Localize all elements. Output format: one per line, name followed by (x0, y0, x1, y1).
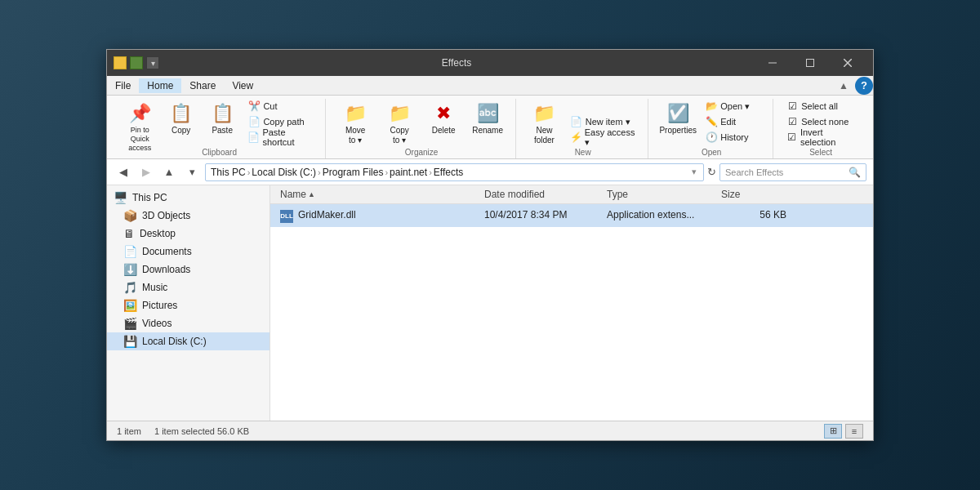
col-header-date[interactable]: Date modified (484, 189, 607, 200)
column-headers: Name ▲ Date modified Type Size (270, 185, 873, 204)
thispc-icon: 🖥️ (114, 191, 127, 204)
delete-button[interactable]: ✖ Delete (422, 99, 465, 145)
recent-locations-button[interactable]: ▾ (182, 163, 202, 182)
rename-label: Rename (472, 126, 503, 136)
sidebar-item-3dobjects[interactable]: 📦 3D Objects (107, 207, 270, 225)
folder-icon (114, 56, 127, 69)
ribbon-clipboard-section: 📌 Pin to Quickaccess 📋 Copy 📋 Paste ✂️ (114, 99, 326, 158)
sidebar-item-3dobjects-label: 3D Objects (142, 210, 190, 221)
move-to-button[interactable]: 📁 Moveto ▾ (334, 99, 376, 145)
copy-icon: 📋 (170, 103, 192, 124)
copy-to-button[interactable]: 📁 Copyto ▾ (378, 99, 421, 145)
copy-path-label: Copy path (263, 117, 304, 127)
localdisk-icon: 💾 (123, 335, 137, 348)
easy-access-button[interactable]: ⚡ Easy access ▾ (566, 130, 641, 145)
sidebar-item-documents[interactable]: 📄 Documents (107, 243, 270, 261)
clipboard-extras: ✂️ Cut 📄 Copy path 📄 Paste shortcut (243, 99, 318, 145)
open-label: Open (702, 148, 721, 158)
new-folder-button[interactable]: 📁 Newfolder (524, 99, 564, 145)
title-bar-icons: ▾ (114, 56, 159, 69)
sidebar-item-videos[interactable]: 🎬 Videos (107, 314, 270, 332)
paste-shortcut-label: Paste shortcut (262, 127, 314, 147)
paste-shortcut-button[interactable]: 📄 Paste shortcut (243, 130, 318, 145)
pin-to-quick-access-button[interactable]: 📌 Pin to Quickaccess (120, 99, 159, 145)
main-area: 🖥️ This PC 📦 3D Objects 🖥 Desktop 📄 Docu… (107, 185, 873, 421)
sidebar-item-downloads[interactable]: ⬇️ Downloads (107, 261, 270, 278)
edit-label: Edit (720, 117, 736, 127)
open-button[interactable]: 📂 Open ▾ (701, 99, 766, 114)
cut-icon: ✂️ (247, 100, 261, 112)
menu-file[interactable]: File (107, 78, 139, 93)
ribbon-select-section: ☑ Select all ☑ Select none ☑ Invert sele… (775, 99, 866, 158)
file-row-gridmaker[interactable]: DLL GridMaker.dll 10/4/2017 8:34 PM Appl… (270, 204, 873, 227)
open-extras: 📂 Open ▾ ✏️ Edit 🕐 History (701, 99, 766, 145)
maximize-button[interactable] (791, 50, 829, 76)
videos-icon: 🎬 (123, 317, 137, 330)
list-view-button[interactable]: ≡ (845, 424, 863, 439)
sidebar-item-desktop-label: Desktop (140, 228, 176, 239)
clipboard-label: Clipboard (202, 148, 237, 158)
refresh-button[interactable]: ↻ (707, 166, 716, 178)
col-header-size[interactable]: Size (721, 189, 786, 200)
title-back-icon: ▾ (146, 56, 159, 69)
ribbon-open-buttons: ☑️ Properties 📂 Open ▾ ✏️ Edit (657, 99, 766, 145)
file-size: 56 KB (721, 209, 786, 220)
sidebar-item-pictures[interactable]: 🖼️ Pictures (107, 296, 270, 314)
breadcrumb-programfiles: Program Files (323, 167, 384, 178)
properties-icon: ☑️ (667, 103, 689, 124)
close-button[interactable] (829, 50, 866, 76)
rename-button[interactable]: 🔤 Rename (466, 99, 509, 145)
copy-path-icon: 📄 (247, 116, 261, 127)
invert-selection-button[interactable]: ☑ Invert selection (782, 130, 860, 145)
sidebar-item-localdisk[interactable]: 💾 Local Disk (C:) (107, 332, 270, 350)
col-header-type[interactable]: Type (607, 189, 721, 200)
history-button[interactable]: 🕐 History (701, 130, 766, 145)
menu-bar: File Home Share View ▲ ? (107, 76, 873, 96)
minimize-button[interactable] (754, 50, 791, 76)
breadcrumb[interactable]: This PC › Local Disk (C:) › Program File… (205, 163, 704, 181)
ribbon-collapse-chevron[interactable]: ▲ (835, 78, 852, 93)
select-none-label: Select none (801, 117, 849, 127)
status-bar: 1 item 1 item selected 56.0 KB ⊞ ≡ (107, 421, 873, 440)
search-box[interactable]: Search Effects 🔍 (719, 163, 866, 181)
ribbon-organize-section: 📁 Moveto ▾ 📁 Copyto ▾ ✖ Delete 🔤 Rename (327, 99, 516, 158)
breadcrumb-thispc: This PC (211, 167, 246, 178)
delete-icon: ✖ (436, 103, 451, 124)
ribbon-new-buttons: 📁 Newfolder 📄 New item ▾ ⚡ Easy access ▾ (524, 99, 641, 145)
properties-button[interactable]: ☑️ Properties (657, 99, 699, 145)
title-controls (754, 50, 866, 76)
menu-view[interactable]: View (224, 78, 261, 93)
sidebar-item-downloads-label: Downloads (142, 264, 190, 275)
back-button[interactable]: ◀ (114, 163, 133, 182)
help-button[interactable]: ? (855, 77, 873, 95)
copy-button[interactable]: 📋 Copy (161, 99, 200, 145)
ribbon-clipboard-buttons: 📌 Pin to Quickaccess 📋 Copy 📋 Paste ✂️ (120, 99, 318, 145)
ribbon-new-section: 📁 Newfolder 📄 New item ▾ ⚡ Easy access ▾ (518, 99, 648, 158)
select-all-button[interactable]: ☑ Select all (782, 99, 860, 114)
col-header-name[interactable]: Name ▲ (280, 189, 484, 200)
documents-icon: 📄 (123, 245, 137, 258)
file-name: GridMaker.dll (298, 209, 356, 220)
details-view-button[interactable]: ⊞ (824, 424, 842, 439)
menu-home[interactable]: Home (139, 78, 181, 93)
sidebar-item-desktop[interactable]: 🖥 Desktop (107, 225, 270, 243)
file-date: 10/4/2017 8:34 PM (484, 209, 607, 220)
paste-button[interactable]: 📋 Paste (203, 99, 242, 145)
svg-rect-0 (768, 63, 777, 64)
ribbon-select-buttons: ☑ Select all ☑ Select none ☑ Invert sele… (782, 99, 860, 145)
forward-button[interactable]: ▶ (136, 163, 156, 182)
selected-info: 1 item selected 56.0 KB (154, 426, 249, 436)
edit-button[interactable]: ✏️ Edit (701, 114, 766, 129)
cut-button[interactable]: ✂️ Cut (243, 99, 318, 114)
breadcrumb-paintnet: paint.net (390, 167, 427, 178)
search-icon: 🔍 (849, 167, 861, 178)
select-all-label: Select all (801, 101, 838, 111)
copy-label: Copy (172, 126, 190, 136)
breadcrumb-localdisk: Local Disk (C:) (252, 167, 316, 178)
up-button[interactable]: ▲ (159, 163, 179, 182)
sidebar-item-thispc[interactable]: 🖥️ This PC (107, 189, 270, 207)
new-label: New (575, 148, 591, 158)
menu-share[interactable]: Share (181, 78, 224, 93)
downloads-icon: ⬇️ (123, 263, 137, 276)
sidebar-item-music[interactable]: 🎵 Music (107, 278, 270, 296)
